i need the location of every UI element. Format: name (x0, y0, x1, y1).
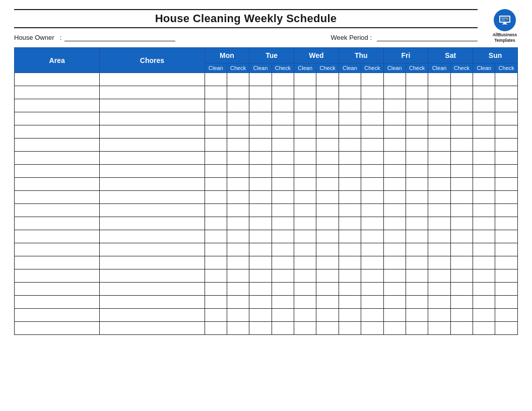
schedule-cell[interactable] (339, 178, 361, 191)
schedule-cell[interactable] (473, 230, 495, 243)
chores-cell[interactable] (100, 243, 205, 256)
schedule-cell[interactable] (249, 230, 272, 243)
schedule-cell[interactable] (473, 269, 495, 283)
schedule-cell[interactable] (406, 139, 428, 152)
schedule-cell[interactable] (272, 296, 294, 309)
schedule-cell[interactable] (406, 269, 428, 283)
schedule-cell[interactable] (473, 112, 495, 125)
area-cell[interactable] (15, 256, 100, 269)
chores-cell[interactable] (100, 309, 205, 322)
schedule-cell[interactable] (473, 73, 495, 86)
schedule-cell[interactable] (473, 191, 495, 204)
schedule-cell[interactable] (249, 256, 272, 269)
schedule-cell[interactable] (205, 165, 227, 178)
schedule-cell[interactable] (361, 230, 384, 243)
schedule-cell[interactable] (205, 217, 227, 230)
schedule-cell[interactable] (294, 86, 316, 99)
schedule-cell[interactable] (339, 309, 361, 322)
schedule-cell[interactable] (272, 230, 294, 243)
schedule-cell[interactable] (205, 99, 227, 112)
schedule-cell[interactable] (473, 309, 495, 322)
schedule-cell[interactable] (339, 230, 361, 243)
schedule-cell[interactable] (450, 322, 473, 335)
schedule-cell[interactable] (227, 139, 249, 152)
schedule-cell[interactable] (383, 269, 406, 283)
schedule-cell[interactable] (316, 269, 339, 283)
schedule-cell[interactable] (294, 269, 316, 283)
schedule-cell[interactable] (272, 99, 294, 112)
schedule-cell[interactable] (316, 152, 339, 165)
schedule-cell[interactable] (383, 322, 406, 335)
schedule-cell[interactable] (316, 191, 339, 204)
schedule-cell[interactable] (339, 191, 361, 204)
schedule-cell[interactable] (495, 230, 518, 243)
schedule-cell[interactable] (227, 256, 249, 269)
schedule-cell[interactable] (205, 296, 227, 309)
schedule-cell[interactable] (294, 243, 316, 256)
schedule-cell[interactable] (495, 256, 518, 269)
schedule-cell[interactable] (272, 139, 294, 152)
schedule-cell[interactable] (406, 86, 428, 99)
schedule-cell[interactable] (361, 73, 384, 86)
schedule-cell[interactable] (383, 86, 406, 99)
schedule-cell[interactable] (450, 73, 473, 86)
schedule-cell[interactable] (428, 99, 450, 112)
schedule-cell[interactable] (316, 139, 339, 152)
area-cell[interactable] (15, 178, 100, 191)
schedule-cell[interactable] (227, 112, 249, 125)
schedule-cell[interactable] (383, 256, 406, 269)
area-cell[interactable] (15, 296, 100, 309)
schedule-cell[interactable] (473, 139, 495, 152)
schedule-cell[interactable] (495, 152, 518, 165)
chores-cell[interactable] (100, 86, 205, 99)
schedule-cell[interactable] (227, 86, 249, 99)
schedule-cell[interactable] (316, 125, 339, 139)
schedule-cell[interactable] (361, 165, 384, 178)
schedule-cell[interactable] (361, 178, 384, 191)
schedule-cell[interactable] (339, 73, 361, 86)
schedule-cell[interactable] (249, 191, 272, 204)
schedule-cell[interactable] (473, 125, 495, 139)
schedule-cell[interactable] (450, 165, 473, 178)
schedule-cell[interactable] (428, 178, 450, 191)
schedule-cell[interactable] (406, 191, 428, 204)
schedule-cell[interactable] (249, 269, 272, 283)
schedule-cell[interactable] (473, 178, 495, 191)
schedule-cell[interactable] (249, 152, 272, 165)
schedule-cell[interactable] (249, 125, 272, 139)
schedule-cell[interactable] (428, 309, 450, 322)
schedule-cell[interactable] (383, 178, 406, 191)
schedule-cell[interactable] (294, 125, 316, 139)
schedule-cell[interactable] (383, 296, 406, 309)
schedule-cell[interactable] (406, 230, 428, 243)
schedule-cell[interactable] (361, 217, 384, 230)
schedule-cell[interactable] (294, 204, 316, 217)
schedule-cell[interactable] (383, 139, 406, 152)
chores-cell[interactable] (100, 99, 205, 112)
schedule-cell[interactable] (272, 283, 294, 296)
schedule-cell[interactable] (316, 178, 339, 191)
schedule-cell[interactable] (361, 125, 384, 139)
area-cell[interactable] (15, 152, 100, 165)
area-cell[interactable] (15, 230, 100, 243)
schedule-cell[interactable] (495, 99, 518, 112)
schedule-cell[interactable] (316, 165, 339, 178)
schedule-cell[interactable] (316, 296, 339, 309)
schedule-cell[interactable] (205, 86, 227, 99)
schedule-cell[interactable] (227, 73, 249, 86)
schedule-cell[interactable] (428, 204, 450, 217)
schedule-cell[interactable] (249, 204, 272, 217)
area-cell[interactable] (15, 112, 100, 125)
schedule-cell[interactable] (406, 152, 428, 165)
schedule-cell[interactable] (450, 230, 473, 243)
schedule-cell[interactable] (383, 73, 406, 86)
schedule-cell[interactable] (227, 99, 249, 112)
schedule-cell[interactable] (450, 256, 473, 269)
schedule-cell[interactable] (249, 165, 272, 178)
schedule-cell[interactable] (294, 112, 316, 125)
schedule-cell[interactable] (495, 309, 518, 322)
schedule-cell[interactable] (450, 309, 473, 322)
schedule-cell[interactable] (450, 112, 473, 125)
schedule-cell[interactable] (205, 243, 227, 256)
schedule-cell[interactable] (473, 256, 495, 269)
